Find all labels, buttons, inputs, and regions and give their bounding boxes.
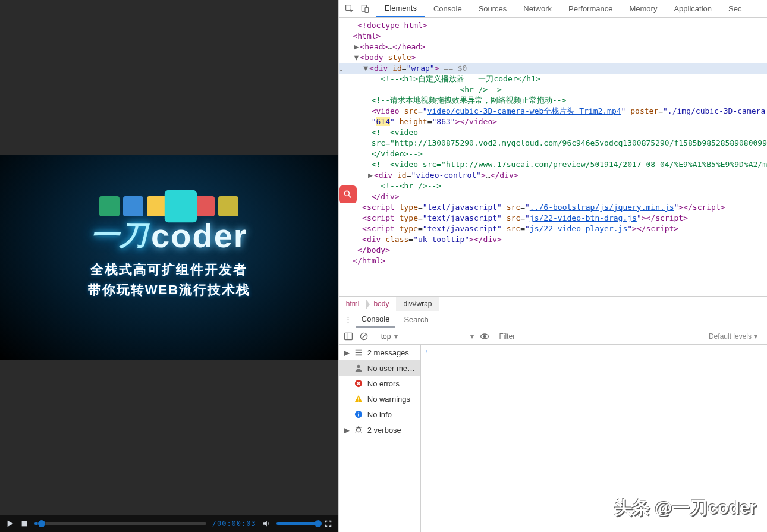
svg-rect-13 — [358, 397, 359, 399]
svg-rect-16 — [358, 414, 359, 416]
device-icon[interactable] — [360, 4, 370, 14]
play-icon[interactable] — [6, 520, 14, 528]
svg-rect-14 — [358, 401, 359, 402]
cmt-hr1: <hr />--> — [460, 85, 501, 94]
bc-body[interactable]: body — [366, 297, 396, 311]
log-levels[interactable]: Default levels▾ — [709, 332, 762, 341]
script1[interactable]: ../6-bootstrap/js/jquery.min.js — [530, 203, 674, 212]
clear-console-icon[interactable] — [359, 332, 369, 341]
tab-sources[interactable]: Sources — [470, 0, 515, 17]
fullscreen-icon[interactable] — [324, 520, 332, 528]
svg-rect-3 — [365, 7, 369, 12]
drawer-tab-search[interactable]: Search — [398, 311, 434, 328]
devtools: Elements Console Sources Network Perform… — [338, 0, 767, 532]
poster-brand-cn: 一刀 — [90, 216, 147, 254]
progress-bar[interactable] — [34, 522, 206, 525]
stop-icon[interactable] — [20, 520, 29, 528]
search-fab[interactable] — [339, 185, 357, 203]
cmt-v2: <!--<video src="http://www.17sucai.com/p… — [372, 160, 767, 169]
console-sidebar: ▶2 messages No user me… No errors No war… — [339, 345, 421, 532]
svg-rect-5 — [344, 333, 352, 339]
watermark: 头条 @一刀coder — [614, 496, 756, 520]
volume-bar[interactable] — [276, 522, 318, 525]
wrap-id: wrap — [411, 64, 430, 73]
cmt-v1c: </video>--> — [372, 149, 423, 158]
cmt-v1a: <!--<video — [372, 128, 418, 137]
console-filter-input[interactable] — [495, 330, 703, 343]
video-bottom-pad — [0, 360, 338, 515]
exec-context[interactable]: top — [381, 332, 391, 341]
svg-point-4 — [344, 191, 349, 196]
tab-network[interactable]: Network — [515, 0, 560, 17]
devtools-tabbar: Elements Console Sources Network Perform… — [339, 0, 767, 18]
poster-subtitle-2: 带你玩转WEB流行技术栈 — [88, 281, 250, 299]
sidebar-verbose[interactable]: ▶2 verbose — [339, 422, 420, 437]
svg-point-19 — [357, 426, 359, 428]
volume-icon[interactable] — [262, 520, 271, 528]
duration-text: /00:00:03 — [212, 520, 256, 528]
video-pane: 一刀 coder 全栈式高可扩组件开发者 带你玩转WEB流行技术栈 /00:00… — [0, 0, 338, 532]
selected-node[interactable]: ▼<div id="wrap"> == $0 — [339, 63, 767, 74]
script2[interactable]: js/22-video-btn-drag.js — [530, 213, 637, 222]
svg-point-10 — [484, 335, 486, 337]
bc-html[interactable]: html — [339, 297, 367, 311]
selected-suffix: == $0 — [439, 64, 467, 73]
inspect-icon[interactable] — [345, 4, 354, 14]
video-top-pad — [0, 0, 338, 155]
sidebar-warnings[interactable]: No warnings — [339, 391, 420, 407]
poster-subtitle-1: 全栈式高可扩组件开发者 — [88, 261, 250, 279]
cmt-drag: <!--请求本地视频拖拽效果异常，网络视频正常拖动--> — [372, 96, 567, 105]
svg-point-18 — [356, 428, 360, 432]
live-expr-icon[interactable] — [480, 332, 489, 341]
tab-security[interactable]: Sec — [720, 0, 750, 17]
tab-application[interactable]: Application — [665, 0, 720, 17]
poster-cubes — [99, 196, 238, 216]
video-poster[interactable]: 一刀 coder 全栈式高可扩组件开发者 带你玩转WEB流行技术栈 — [0, 155, 338, 360]
sidebar-toggle-icon[interactable] — [344, 332, 353, 341]
tab-console[interactable]: Console — [425, 0, 470, 17]
sidebar-errors[interactable]: No errors — [339, 376, 420, 391]
tab-elements[interactable]: Elements — [376, 0, 425, 17]
poster-brand-en: coder — [151, 216, 248, 255]
breadcrumb: html body div#wrap — [339, 296, 767, 311]
tab-memory[interactable]: Memory — [621, 0, 665, 17]
svg-rect-0 — [22, 521, 27, 527]
svg-rect-17 — [358, 413, 359, 414]
console-prompt: › — [425, 347, 429, 355]
tab-performance[interactable]: Performance — [560, 0, 621, 17]
svg-line-8 — [362, 334, 366, 339]
elements-panel[interactable]: <!doctype html> <html> ▶<head>…</head> ▼… — [339, 18, 767, 296]
sidebar-info[interactable]: No info — [339, 407, 420, 422]
cmt-v1b: src="http://1300875290.vod2.myqcloud.com… — [372, 138, 767, 147]
bc-wrap[interactable]: div#wrap — [396, 297, 439, 311]
cmt-hr2: <!--<hr />--> — [381, 181, 441, 190]
drawer-menu-icon[interactable]: ⋮ — [344, 315, 353, 324]
video-src[interactable]: video/cubic-3D-camera-web全栈片头_Trim2.mp4 — [427, 106, 621, 115]
script3[interactable]: js/22-video-player.js — [530, 224, 627, 233]
sidebar-user[interactable]: No user me… — [339, 360, 420, 376]
drawer-tab-console[interactable]: Console — [356, 311, 396, 328]
cmt-h1: <!--<h1>自定义播放器 一刀coder</h1> — [381, 74, 540, 83]
video-controls: /00:00:03 — [0, 515, 338, 532]
svg-point-11 — [357, 365, 360, 368]
sidebar-messages[interactable]: ▶2 messages — [339, 345, 420, 360]
